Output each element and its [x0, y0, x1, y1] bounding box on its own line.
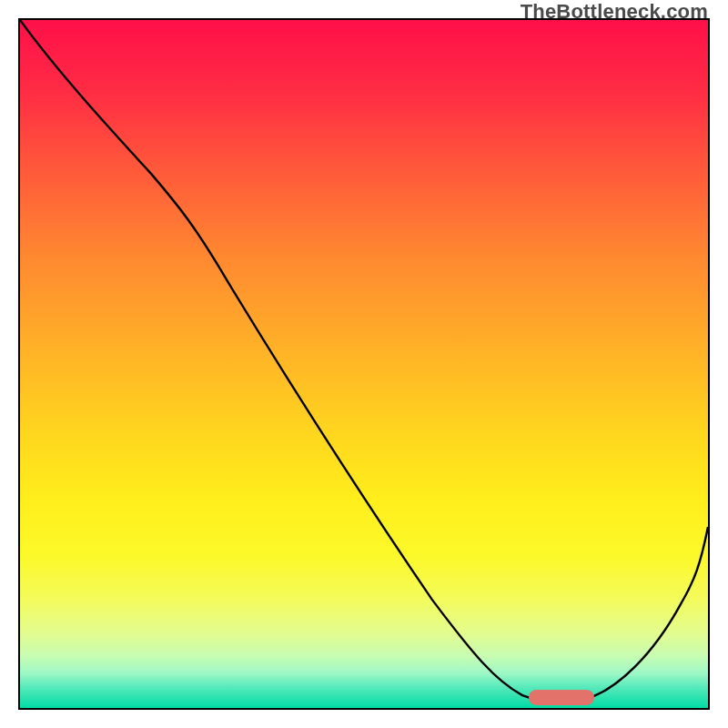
chart-stage: TheBottleneck.com [0, 0, 728, 728]
plot-area [18, 18, 710, 710]
curve-svg [20, 20, 708, 708]
optimal-range-marker [529, 690, 594, 705]
bottleneck-curve-path [20, 20, 708, 702]
